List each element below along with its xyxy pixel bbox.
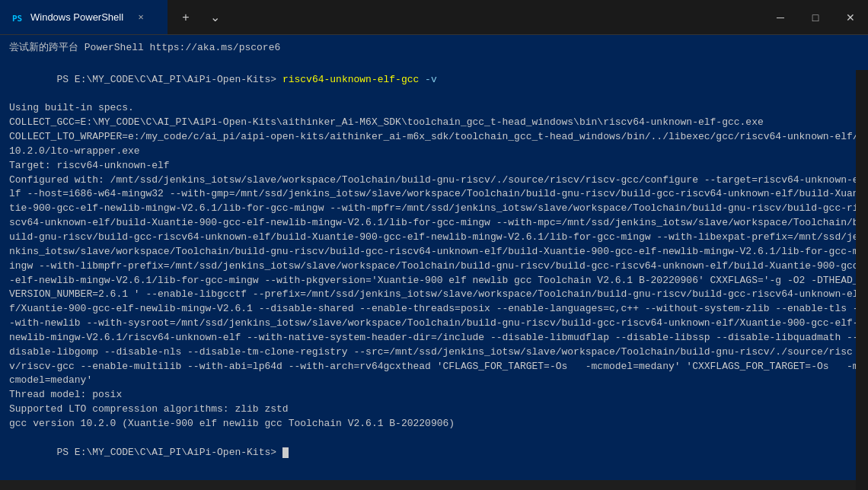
- output-line-1: Using built-in specs.: [9, 101, 859, 116]
- cursor: [282, 447, 289, 458]
- close-button[interactable]: ✕: [833, 0, 868, 34]
- new-tab-area: + ⌄: [168, 0, 233, 34]
- tab-close-button[interactable]: ✕: [134, 11, 148, 24]
- powershell-icon: PS: [11, 11, 24, 24]
- terminal-wrap: 尝试新的跨平台 PowerShell https://aka.ms/pscore…: [0, 35, 868, 490]
- output-line-6: Thread model: posix: [9, 388, 859, 402]
- side-panel: 源 JLE 入: [856, 70, 868, 490]
- tab-title-label: Windows PowerShell: [30, 11, 123, 23]
- titlebar: PS Windows PowerShell ✕ + ⌄ ─ □ ✕: [0, 0, 868, 35]
- new-tab-button[interactable]: +: [172, 0, 199, 34]
- promo-line: 尝试新的跨平台 PowerShell https://aka.ms/pscore…: [9, 41, 859, 56]
- output-line-2: COLLECT_GCC=E:\MY_CODE\C\AI_PI\AiPi-Open…: [9, 116, 859, 130]
- prompt-text-2: PS E:\MY_CODE\C\AI_PI\AiPi-Open-Kits>: [56, 447, 282, 458]
- main-container: 尝试新的跨平台 PowerShell https://aka.ms/pscore…: [0, 35, 868, 490]
- terminal[interactable]: 尝试新的跨平台 PowerShell https://aka.ms/pscore…: [0, 35, 868, 480]
- dropdown-button[interactable]: ⌄: [201, 0, 228, 34]
- minimize-button[interactable]: ─: [763, 0, 798, 34]
- window-controls: ─ □ ✕: [763, 0, 868, 34]
- maximize-button[interactable]: □: [798, 0, 833, 34]
- active-tab[interactable]: PS Windows PowerShell ✕: [0, 0, 168, 34]
- command-text: riscv64-unknown-elf-gcc: [282, 74, 419, 85]
- tab-area: PS Windows PowerShell ✕ + ⌄: [0, 0, 763, 34]
- output-line-4: Target: riscv64-unknown-elf: [9, 159, 859, 173]
- flag-text: -v: [419, 74, 436, 85]
- output-line-7: Supported LTO compression algorithms: zl…: [9, 402, 859, 417]
- prompt-line-1: PS E:\MY_CODE\C\AI_PI\AiPi-Open-Kits> ri…: [9, 59, 859, 102]
- prompt-line-2: PS E:\MY_CODE\C\AI_PI\AiPi-Open-Kits>: [9, 431, 859, 475]
- svg-text:PS: PS: [12, 14, 22, 24]
- output-line-3: COLLECT_LTO_WRAPPER=e:/my_code/c/ai_pi/a…: [9, 130, 859, 159]
- prompt-text-1: PS E:\MY_CODE\C\AI_PI\AiPi-Open-Kits>: [56, 74, 282, 85]
- output-line-8: gcc version 10.2.0 (Xuantie-900 elf newl…: [9, 417, 859, 431]
- output-line-5: Configured with: /mnt/ssd/jenkins_iotsw/…: [9, 173, 859, 389]
